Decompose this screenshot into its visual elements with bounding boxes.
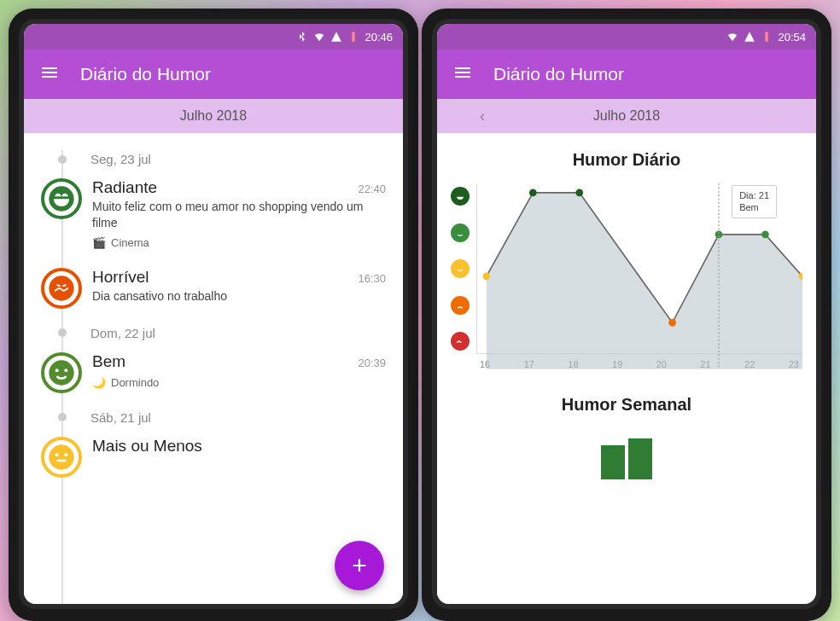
entry-title: Radiante	[92, 178, 157, 197]
date-row: Seg, 23 jul	[24, 147, 403, 171]
next-month-button[interactable]: ›	[761, 107, 780, 125]
status-bar: 20:46	[24, 24, 403, 49]
entry-desc: Muito feliz com o meu amor no shopping v…	[92, 199, 386, 231]
tooltip-line1: Dia: 21	[739, 189, 769, 201]
timeline-content: Seg, 23 jul Radiante 22:40 Muito feliz c…	[24, 133, 403, 604]
cinema-icon: 🎬	[92, 236, 106, 249]
date-row: Sáb, 21 jul	[24, 405, 403, 430]
menu-icon[interactable]	[39, 62, 60, 86]
battery-icon	[761, 31, 773, 43]
date-dot-icon	[58, 328, 67, 337]
y-axis-moods	[451, 183, 470, 354]
status-time: 20:46	[365, 31, 393, 44]
add-entry-button[interactable]: +	[335, 541, 384, 590]
y-mood-good-icon	[451, 223, 470, 242]
month-bar: Julho 2018	[24, 99, 403, 133]
svg-point-10	[529, 189, 537, 197]
daily-chart-plot[interactable]: Dia: 21 Bem 16 17 18 19 20 21	[476, 183, 802, 369]
svg-point-7	[64, 453, 67, 456]
svg-point-5	[49, 444, 73, 469]
phone-left: 20:46 Diário do Humor Julho 2018 Seg, 23…	[9, 9, 418, 621]
mood-entry[interactable]: Mais ou Menos	[24, 430, 403, 490]
date-label: Sáb, 21 jul	[90, 410, 151, 425]
mood-neutral-icon	[41, 437, 82, 478]
y-mood-bad-icon	[451, 296, 470, 315]
y-mood-horrible-icon	[451, 332, 470, 351]
y-mood-neutral-icon	[451, 259, 470, 278]
mood-good-icon	[41, 352, 82, 393]
signal-icon	[744, 31, 755, 43]
app-title: Diário do Humor	[493, 64, 624, 84]
entry-title: Bem	[92, 352, 125, 371]
entry-time: 16:30	[358, 272, 386, 285]
plus-icon: +	[352, 551, 367, 580]
date-row: Dom, 22 jul	[24, 321, 403, 345]
weekly-bar	[601, 445, 625, 479]
menu-icon[interactable]	[452, 62, 473, 86]
svg-point-6	[55, 453, 59, 456]
bluetooth-icon	[296, 31, 308, 43]
entry-title: Horrível	[92, 268, 149, 287]
wifi-icon	[313, 31, 325, 43]
chart-tooltip: Dia: 21 Bem	[732, 185, 777, 218]
app-title: Diário do Humor	[80, 64, 211, 84]
charts-content: Humor Diário	[437, 133, 816, 604]
signal-icon	[330, 31, 342, 43]
phone-right: 20:54 Diário do Humor ‹ Julho 2018 › Hum…	[422, 9, 831, 621]
battery-icon	[347, 31, 359, 43]
mood-entry[interactable]: Radiante 22:40 Muito feliz com o meu amo…	[24, 171, 403, 261]
entry-tag-label: Dormindo	[111, 376, 159, 389]
date-dot-icon	[58, 155, 67, 164]
entry-time: 20:39	[358, 357, 386, 369]
month-label: Julho 2018	[593, 108, 660, 124]
mood-radiant-icon	[41, 178, 82, 219]
status-bar: 20:54	[437, 24, 816, 49]
svg-point-4	[64, 369, 67, 372]
svg-point-3	[55, 369, 59, 372]
month-label: Julho 2018	[180, 108, 247, 124]
svg-point-11	[575, 189, 583, 197]
weekly-chart-title: Humor Semanal	[451, 395, 802, 415]
prev-month-button[interactable]: ‹	[473, 107, 492, 125]
app-bar: Diário do Humor	[24, 49, 403, 99]
entry-time: 22:40	[358, 183, 386, 195]
mood-horrible-icon	[41, 268, 82, 309]
month-bar: ‹ Julho 2018 ›	[437, 99, 816, 133]
entry-desc: Dia cansativo no trabalho	[92, 288, 386, 305]
y-mood-radiant-icon	[451, 187, 470, 206]
svg-point-12	[668, 319, 676, 327]
svg-marker-8	[487, 193, 802, 369]
sleep-icon: 🌙	[92, 376, 106, 389]
tooltip-line2: Bem	[739, 201, 769, 213]
weekly-bar	[628, 438, 652, 479]
entry-tag-label: Cinema	[111, 236, 149, 249]
entry-title: Mais ou Menos	[92, 437, 202, 456]
date-label: Seg, 23 jul	[90, 152, 151, 166]
svg-point-0	[49, 186, 73, 211]
svg-point-1	[49, 276, 73, 300]
svg-point-9	[483, 272, 491, 280]
svg-point-2	[49, 360, 73, 385]
app-bar: Diário do Humor	[437, 49, 816, 99]
date-dot-icon	[58, 413, 67, 421]
daily-chart-title: Humor Diário	[451, 150, 802, 170]
wifi-icon	[726, 31, 738, 43]
date-label: Dom, 22 jul	[90, 326, 155, 340]
weekly-bars	[451, 428, 802, 479]
svg-point-14	[761, 231, 769, 239]
status-time: 20:54	[778, 31, 806, 44]
mood-entry[interactable]: Bem 20:39 🌙 Dormindo	[24, 345, 403, 405]
mood-entry[interactable]: Horrível 16:30 Dia cansativo no trabalho	[24, 261, 403, 321]
